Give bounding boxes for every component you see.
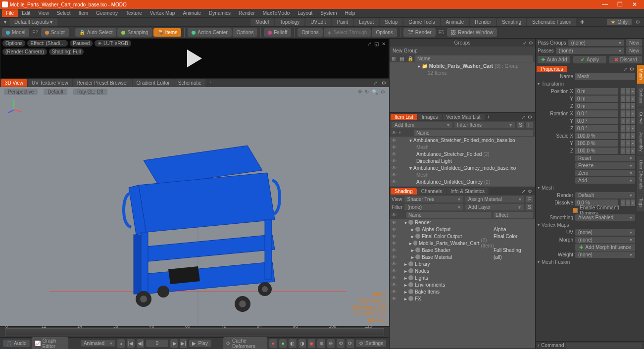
reset-drop[interactable]: Reset	[575, 155, 635, 161]
menu-geometry[interactable]: Geometry	[92, 9, 122, 17]
options-button-2[interactable]: Options	[297, 28, 322, 37]
shader-row[interactable]: 👁▸ Nodes	[390, 267, 535, 274]
tab-item-list[interactable]: Item List	[391, 114, 417, 120]
options-button-3[interactable]: Options	[372, 28, 396, 37]
item-row[interactable]: 👁Mesh	[390, 171, 535, 178]
perspective-drop[interactable]: Perspective	[4, 89, 38, 95]
command-input[interactable]	[566, 343, 642, 349]
enable-cmd-checkbox[interactable]	[573, 208, 578, 213]
gear-icon[interactable]: ⚙	[636, 19, 640, 25]
position-y-field[interactable]: 0 m	[575, 96, 618, 102]
preview-camera[interactable]: (Render Camera)	[2, 49, 47, 55]
add-tab-icon[interactable]: +	[485, 114, 492, 120]
mode-tab-layout[interactable]: Layout	[354, 18, 379, 26]
name-field[interactable]: Mesh	[575, 73, 635, 80]
weight-drop[interactable]: (none)	[575, 251, 635, 258]
only-toggle[interactable]: ★Only	[607, 19, 632, 25]
tab-properties[interactable]: Properties	[537, 66, 567, 72]
model-button[interactable]: Model	[2, 28, 29, 37]
audio-button[interactable]: 🎵Audio	[3, 340, 30, 347]
eye-icon[interactable]: 👁	[392, 130, 396, 135]
eye-icon[interactable]: 👁	[392, 212, 396, 217]
morph-drop[interactable]: (none)	[575, 237, 635, 243]
zero-drop[interactable]: Zero	[575, 170, 635, 176]
key-icon-5[interactable]: ◉	[308, 339, 315, 348]
cache-deformers-button[interactable]: ⟳Cache Deformers	[223, 337, 267, 349]
viewport-tab-gradient-editor[interactable]: Gradient Editor	[133, 79, 174, 87]
menu-view[interactable]: View	[34, 9, 53, 17]
new-group-button[interactable]: New	[626, 39, 642, 47]
axis-gizmo[interactable]	[5, 96, 23, 114]
add-tab-icon[interactable]: +	[568, 66, 575, 72]
shader-row[interactable]: 👁▸ Final Color OutputFinal Color	[390, 233, 535, 240]
menu-edit[interactable]: Edit	[18, 9, 34, 17]
shader-row[interactable]: 👁▸ FX	[390, 295, 535, 302]
key-icon-6[interactable]: ⊕	[317, 339, 325, 348]
expand-icon[interactable]: ⤢	[521, 114, 525, 120]
item-row[interactable]: 👁Directional Light	[390, 185, 535, 187]
frame-field[interactable]: 0	[146, 340, 168, 347]
preview-paused[interactable]: Paused	[70, 40, 93, 47]
close-button[interactable]: ✕	[627, 1, 642, 8]
menu-select[interactable]: Select	[53, 9, 75, 17]
filter-icon[interactable]: ⊞	[392, 56, 397, 61]
auto-select-button[interactable]: 🔒Auto-Select	[75, 28, 117, 37]
mode-tab-model[interactable]: Model	[250, 18, 274, 26]
move-icon[interactable]: ✥	[358, 89, 362, 95]
tab-channels[interactable]: Channels	[417, 188, 446, 195]
mode-tab-schematic-fusion[interactable]: Schematic Fusion	[527, 18, 576, 26]
close-preview-icon[interactable]: ✕	[382, 41, 386, 47]
fit-icon[interactable]: ◱	[374, 41, 379, 47]
scale-y-field[interactable]: 100.0 %	[575, 140, 618, 147]
menu-maxtomodo[interactable]: MaxToModo	[259, 9, 294, 17]
options-button-1[interactable]: Options	[233, 28, 257, 37]
filter-items-drop[interactable]: Filter Items	[454, 122, 515, 128]
render-drop[interactable]: Default	[575, 192, 635, 199]
shader-row[interactable]: 👁▸ Mobile_Parts_Washer_Cart (2) (Item)	[390, 240, 535, 247]
item-row[interactable]: 👁▾ Ambulance_Unfolded_Gurney_modo_base.l…	[390, 164, 535, 171]
menu-file[interactable]: File	[2, 9, 18, 17]
shader-row[interactable]: 👁▾ Render	[390, 219, 535, 226]
item-row[interactable]: 👁Ambulance_Stretcher_Folded (2)	[390, 150, 535, 157]
viewport-tab-3d-view[interactable]: 3D View	[1, 79, 27, 87]
mode-tab-topology[interactable]: Topology	[275, 18, 304, 26]
menu-system[interactable]: System	[316, 9, 341, 17]
auto-add-button[interactable]: ✚Auto Add	[538, 56, 570, 63]
discard-button[interactable]: ✖Discard	[609, 56, 642, 63]
preview-shading[interactable]: Shading: Full	[49, 49, 84, 55]
add-morph-button[interactable]: ✚Add Morph Influence	[575, 244, 635, 251]
shader-row[interactable]: 👁▸ Lights	[390, 274, 535, 281]
add-tab-icon[interactable]: +	[206, 80, 215, 86]
play-icon[interactable]	[187, 50, 202, 67]
menu-animate[interactable]: Animate	[179, 9, 205, 17]
select-through-button[interactable]: ◈Select Through	[324, 28, 371, 37]
first-frame-icon[interactable]: |◀	[127, 339, 134, 348]
key-icon-4[interactable]: ◑	[298, 339, 306, 348]
key-icon-3[interactable]: ◐	[289, 339, 296, 348]
preview-lut[interactable]: ☀ LUT: sRGB	[95, 40, 131, 47]
prev-frame-icon[interactable]: ◀|	[137, 339, 144, 348]
viewport-tab-schematic[interactable]: Schematic	[174, 79, 205, 87]
mode-tab-setup[interactable]: Setup	[380, 18, 402, 26]
gear-icon[interactable]: ⚙	[526, 114, 534, 120]
item-row[interactable]: 👁Mesh	[390, 144, 535, 150]
mode-tab-scripting[interactable]: Scripting	[497, 18, 526, 26]
shading-drop[interactable]: Default	[44, 89, 67, 95]
zoom-icon[interactable]: 🔍	[372, 89, 378, 95]
item-row[interactable]: 👁▾ Ambulance_Stretcher_Folded_modo_base.…	[390, 137, 535, 144]
new-group-button[interactable]: New Group	[390, 47, 535, 54]
key-prev-icon[interactable]: ⬥	[117, 339, 125, 348]
new-pass-button[interactable]: New	[626, 47, 642, 54]
sort-icon[interactable]: ▤	[399, 56, 405, 61]
mode-tab-uvedit[interactable]: UVEdit	[305, 18, 331, 26]
tab-images[interactable]: Images	[418, 114, 442, 120]
preview-options[interactable]: Options	[2, 40, 25, 47]
key-icon-1[interactable]: ●	[269, 339, 277, 348]
shader-row[interactable]: 👁▸ Bake Items	[390, 288, 535, 295]
menu-texture[interactable]: Texture	[122, 9, 146, 17]
f-button[interactable]: F	[526, 122, 533, 128]
side-tab-tags[interactable]: Tags	[637, 194, 644, 211]
assign-material-drop[interactable]: Assign Material	[465, 196, 524, 202]
mode-tab-game-tools[interactable]: Game Tools	[403, 18, 440, 26]
side-tab-user-channels[interactable]: User Channels	[637, 156, 644, 194]
